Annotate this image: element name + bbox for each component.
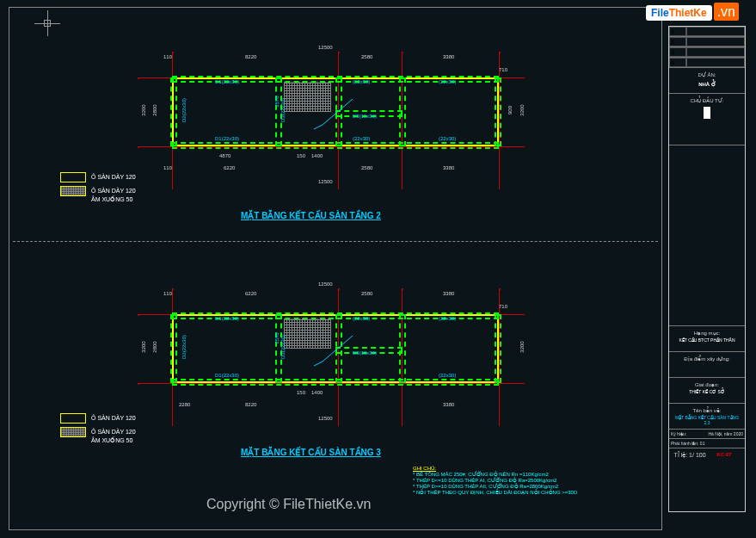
beam xyxy=(495,314,501,383)
beam-d2-right xyxy=(495,77,501,146)
tb-scale-label: Tỉ lệ: xyxy=(673,452,687,458)
dim: 8220 xyxy=(245,54,256,59)
legend-text: ÂM XUỐNG 50 xyxy=(91,437,132,443)
dim: 150 xyxy=(297,390,305,395)
legend-1: Ô SÀN DÀY 120 Ô SÀN DÀY 120ÂM XUỐNG 50 xyxy=(60,172,136,203)
dim: 3200 xyxy=(519,341,525,352)
legend-swatch-solid xyxy=(60,172,86,182)
tb-label: CHỦ ĐẦU TƯ: xyxy=(673,97,741,103)
beam-label: D1(22x30) xyxy=(215,79,239,84)
legend-text: Ô SÀN DÀY 120 xyxy=(91,174,136,180)
stair-indicator xyxy=(310,327,344,370)
dim: 2800 xyxy=(152,104,157,115)
tb-label: Địa điểm xây dựng: xyxy=(673,356,741,362)
beam-label: (22x30) xyxy=(353,316,370,321)
legend-swatch-solid xyxy=(60,413,86,424)
tb-label: Ký hiệu: xyxy=(671,431,707,436)
rev-num: 1 xyxy=(669,27,686,36)
general-notes: GHI CHÚ: * BÊ TÔNG MÁC 250#, CƯỜNG ĐỘ NÉ… xyxy=(413,466,577,495)
beam-label: D5(15x30) xyxy=(353,350,377,356)
dim: 4870 xyxy=(219,153,230,158)
beam-label: (22x30) xyxy=(439,136,456,141)
beam-d2-left xyxy=(170,77,177,146)
section-divider xyxy=(13,241,658,242)
tb-date: Hà Nội, năm 2020 xyxy=(707,431,743,436)
dim: 12500 xyxy=(318,281,333,287)
titleblock: 1 2 3 4 DỰ ÁN: NHÀ Ở CHỦ ĐẦU TƯ: Hạng mụ… xyxy=(668,26,746,512)
dim: 1570 xyxy=(274,332,280,343)
dim: 110 xyxy=(163,291,172,296)
beam xyxy=(170,314,177,383)
tb-issue: Phát hành lần: 01 xyxy=(669,439,745,448)
tb-value: KẾT CẤU BTCT PHẦN THÂN xyxy=(673,337,741,343)
dim: 3380 xyxy=(443,291,454,296)
legend-2: Ô SÀN DÀY 120 Ô SÀN DÀY 120ÂM XUỐNG 50 xyxy=(60,413,136,444)
dim: 110 xyxy=(163,54,172,59)
dim: 900 xyxy=(507,106,513,114)
legend-text: ÂM XUỐNG 50 xyxy=(91,196,132,202)
dim: 3200 xyxy=(519,104,525,115)
dim: 2580 xyxy=(361,165,372,170)
beam-label: D2(22x30) xyxy=(181,98,187,122)
tb-drawing-title: MẶT BẰNG KẾT CẤU SÀN TẦNG 2,3 xyxy=(673,415,741,425)
dim: 2800 xyxy=(152,341,157,352)
tb-scale: 1/ 100 xyxy=(689,452,705,458)
beam-label: D5(15x30) xyxy=(353,114,377,119)
plan2-title: MẶT BẰNG KẾT CẤU SÀN TẦNG 3 xyxy=(241,448,381,457)
rev-num: 4 xyxy=(669,58,686,67)
dim: 1400 xyxy=(311,153,323,158)
copyright-watermark: Copyright © FileThietKe.vn xyxy=(206,497,371,512)
dim: 3380 xyxy=(443,54,454,59)
beam-label: (22x30) xyxy=(439,316,456,321)
beam-label: (22x30) xyxy=(353,79,370,84)
beam-label: D3(22x30) xyxy=(280,98,286,122)
dim: 8220 xyxy=(245,402,256,407)
cad-cursor xyxy=(34,10,60,36)
rev-num: 3 xyxy=(669,47,686,57)
dim: 3200 xyxy=(141,104,146,115)
note-line: * BÊ TÔNG MÁC 250#, CƯỜNG ĐỘ NÉN Rn =110… xyxy=(413,471,577,477)
dim: 3380 xyxy=(443,402,454,407)
dim: 2580 xyxy=(361,291,372,296)
beam-label: D3(22x30) xyxy=(280,335,286,359)
owner-mark xyxy=(704,107,710,119)
legend-text: Ô SÀN DÀY 120 xyxy=(91,415,136,421)
tb-label: Hạng mục: xyxy=(673,330,741,336)
dim: 12500 xyxy=(318,416,333,421)
dim: 3200 xyxy=(141,341,146,352)
legend-swatch-hatch xyxy=(60,186,86,196)
beam-label: D1(22x30) xyxy=(215,136,239,141)
beam-label: (22x30) xyxy=(439,373,456,378)
watermark-logo: FileThietKe.vn xyxy=(646,4,739,21)
tb-label: DỰ ÁN: xyxy=(673,71,741,77)
dim: 6220 xyxy=(224,165,235,170)
beam-label: D1(22x30) xyxy=(215,373,239,378)
note-line: * THÉP D>=10 DÙNG THÉP AII, CƯỜNG ĐỘ Ra=… xyxy=(413,483,577,489)
sheet-number: KC-07 xyxy=(707,452,741,459)
dim: 710 xyxy=(499,67,507,72)
note-line: * NỐI THÉP THEO QUY ĐỊNH, CHIỀU DÀI ĐOẠN… xyxy=(413,489,577,495)
legend-swatch-hatch xyxy=(60,427,86,437)
dim: 2280 xyxy=(179,402,190,407)
dim: 6220 xyxy=(245,291,256,296)
dim: 12500 xyxy=(318,45,333,50)
dim: 150 xyxy=(297,153,305,158)
tb-project: NHÀ Ở xyxy=(673,81,741,87)
dim: 1400 xyxy=(311,390,323,395)
beam-label: D2(22x30) xyxy=(181,335,187,359)
note-line: * THÉP D<=10 DÙNG THÉP AI, CƯỜNG ĐỘ Ra=2… xyxy=(413,477,577,483)
beam-label: (22x30) xyxy=(353,136,370,141)
beam-label: D1(22x30) xyxy=(215,316,239,321)
stair-indicator xyxy=(310,90,344,133)
dim: 2580 xyxy=(361,54,372,59)
legend-text: Ô SÀN DÀY 120 xyxy=(91,188,136,194)
dim: 710 xyxy=(499,304,507,309)
dim: 110 xyxy=(163,165,172,170)
tb-label: Giai đoạn: xyxy=(673,381,741,387)
dim: 1570 xyxy=(274,96,280,107)
beam-label: (22x30) xyxy=(439,79,456,84)
dim: 12500 xyxy=(318,179,333,184)
rev-num: 2 xyxy=(669,37,686,46)
tb-value: THIẾT KẾ CƠ SỞ xyxy=(673,389,741,394)
dim: 3380 xyxy=(443,165,454,170)
